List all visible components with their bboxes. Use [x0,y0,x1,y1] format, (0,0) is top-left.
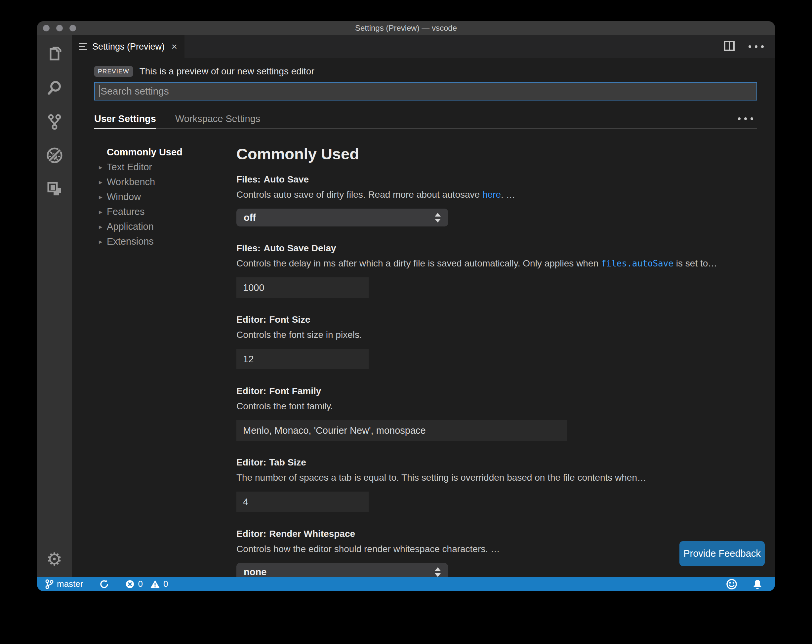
setting-description: Controls auto save of dirty files. Read … [237,189,757,200]
settings-editor: PREVIEW This is a preview of our new set… [72,58,775,577]
provide-feedback-button[interactable]: Provide Feedback [679,541,765,566]
setting-label: Editor:Tab Size [237,457,757,468]
source-control-icon[interactable] [45,112,64,131]
auto-save-select[interactable]: off [237,209,448,226]
tab-close-icon[interactable]: × [171,42,177,52]
notifications-bell-icon[interactable] [752,579,762,589]
toc-item-window[interactable]: ▸Window [99,189,237,204]
vscode-window: Settings (Preview) — vscode ⚙ [37,21,775,591]
warnings-count: 0 [163,579,168,589]
setting-auto-save-delay: Files:Auto Save Delay Controls the delay… [237,243,757,298]
tab-size-input[interactable]: 4 [237,491,369,512]
explorer-icon[interactable] [45,45,64,64]
here-link[interactable]: here [482,189,501,200]
chevron-right-icon: ▸ [99,193,107,201]
setting-label: Editor:Font Family [237,386,757,397]
setting-label: Editor:Font Size [237,314,757,325]
setting-tab-size: Editor:Tab Size The number of spaces a t… [237,457,757,512]
editor-tab-bar: Settings (Preview) × [72,35,775,58]
files-autosave-code-link[interactable]: files.autoSave [601,258,673,269]
settings-more-icon[interactable] [738,118,753,120]
setting-font-size: Editor:Font Size Controls the font size … [237,314,757,369]
chevron-right-icon: ▸ [99,238,107,246]
window-title: Settings (Preview) — vscode [37,23,775,33]
select-arrows-icon [435,213,441,223]
setting-files-auto-save: Files:Auto Save Controls auto save of di… [237,174,757,226]
settings-scope-tabs: User Settings Workspace Settings [94,109,757,129]
setting-render-whitespace: Editor:Render Whitespace Controls how th… [237,529,757,577]
setting-label: Files:Auto Save Delay [237,243,757,253]
setting-description: Controls the font size in pixels. [237,330,757,340]
toc-item-text-editor[interactable]: ▸Text Editor [99,160,237,174]
font-size-input[interactable]: 12 [237,349,369,369]
tab-settings-preview[interactable]: Settings (Preview) × [72,35,185,58]
font-family-input[interactable]: Menlo, Monaco, 'Courier New', monospace [237,420,567,441]
split-editor-icon[interactable] [724,41,735,52]
branch-indicator[interactable]: master [45,579,83,589]
tab-user-settings[interactable]: User Settings [94,109,156,128]
toc-item-commonly-used[interactable]: Commonly Used [99,145,237,160]
chevron-right-icon: ▸ [99,223,107,231]
title-bar: Settings (Preview) — vscode [37,21,775,35]
tab-workspace-settings[interactable]: Workspace Settings [175,109,260,128]
settings-list: Commonly Used Files:Auto Save Controls a… [237,145,757,577]
extensions-icon[interactable] [45,180,64,198]
preview-badge: PREVIEW [94,66,133,77]
setting-font-family: Editor:Font Family Controls the font fam… [237,386,757,441]
more-actions-icon[interactable] [748,45,764,48]
setting-description: Controls the font family. [237,401,757,412]
chevron-right-icon: ▸ [99,178,107,186]
preview-banner-text: This is a preview of our new settings ed… [139,66,314,77]
errors-count: 0 [138,579,142,589]
toc-item-application[interactable]: ▸Application [99,219,237,234]
text-caret [99,85,99,97]
render-whitespace-select[interactable]: none [237,563,448,577]
settings-editor-icon [79,43,87,50]
search-input[interactable]: Search settings [94,82,757,101]
section-heading: Commonly Used [237,145,757,163]
search-icon[interactable] [45,79,64,97]
search-placeholder: Search settings [101,85,169,97]
toc-item-workbench[interactable]: ▸Workbench [99,174,237,189]
desktop-backdrop: Settings (Preview) — vscode ⚙ [0,0,812,644]
errors-icon [125,580,134,589]
setting-description: Controls how the editor should render wh… [237,544,757,554]
sync-icon [99,580,109,589]
settings-toc: Commonly Used ▸Text Editor ▸Workbench ▸W… [94,145,237,577]
branch-name: master [57,579,83,589]
auto-save-delay-input[interactable]: 1000 [237,277,369,298]
warnings-icon [150,580,160,589]
settings-gear-icon[interactable]: ⚙ [45,550,64,568]
select-arrows-icon [435,567,441,577]
setting-label: Editor:Render Whitespace [237,529,757,539]
chevron-right-icon: ▸ [99,208,107,216]
setting-label: Files:Auto Save [237,174,757,185]
preview-banner: PREVIEW This is a preview of our new set… [94,66,757,77]
git-branch-icon [45,579,53,589]
setting-description: Controls the delay in ms after which a d… [237,258,757,269]
status-bar: master 0 0 [37,577,775,591]
chevron-right-icon: ▸ [99,163,107,171]
toc-item-features[interactable]: ▸Features [99,204,237,219]
problems-indicator[interactable]: 0 0 [125,579,168,589]
feedback-smiley-icon[interactable] [726,578,737,590]
setting-description: The number of spaces a tab is equal to. … [237,472,757,483]
debug-disabled-icon[interactable] [45,146,64,165]
toc-item-extensions[interactable]: ▸Extensions [99,234,237,249]
tab-label: Settings (Preview) [92,42,165,52]
activity-bar: ⚙ [37,35,72,577]
sync-button[interactable] [99,580,109,589]
